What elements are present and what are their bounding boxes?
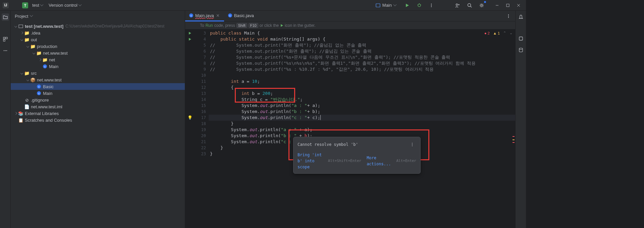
main-menu-button[interactable] bbox=[11, 1, 19, 9]
tree-toggle[interactable] bbox=[13, 112, 18, 114]
file-icon: 📄 bbox=[24, 104, 30, 109]
svg-point-8 bbox=[456, 4, 458, 5]
tab-basic[interactable]: c Basic.java bbox=[224, 11, 258, 21]
warning-count[interactable]: ▲ 1 bbox=[493, 31, 500, 35]
tree-item-pkg-src[interactable]: 📦 net.www.test bbox=[11, 76, 185, 83]
tree-label: net.www.test bbox=[37, 77, 62, 82]
close-tab-button[interactable]: ✕ bbox=[216, 13, 220, 17]
project-tool-button[interactable] bbox=[2, 13, 9, 21]
tree-toggle[interactable] bbox=[32, 52, 36, 54]
editor-body[interactable]: ● 2 ▲ 1 ⌃ ⌄ 💡 34567891011121314151617181… bbox=[185, 30, 515, 228]
maximize-button[interactable] bbox=[503, 1, 513, 9]
tree-label: .gitignore bbox=[31, 98, 49, 103]
minimize-button[interactable] bbox=[492, 1, 502, 9]
database-button[interactable] bbox=[517, 46, 525, 54]
tooltip-action-bring-into-scope[interactable]: Bring 'int b' into scope bbox=[298, 152, 323, 170]
svg-line-3 bbox=[418, 5, 418, 5]
ide-logo[interactable]: IJ bbox=[3, 2, 9, 8]
tab-options-button[interactable] bbox=[504, 12, 513, 20]
tree-label: production bbox=[37, 44, 57, 49]
tree-item-production[interactable]: 📁 production bbox=[11, 43, 185, 50]
debug-button[interactable] bbox=[415, 1, 423, 9]
tree-item-net[interactable]: 📁 net bbox=[11, 56, 185, 63]
project-badge[interactable]: T bbox=[22, 2, 28, 8]
vcs-dropdown[interactable]: Version control bbox=[47, 2, 83, 8]
project-dropdown[interactable]: test bbox=[31, 2, 45, 8]
vcs-label: Version control bbox=[49, 3, 77, 8]
scratch-icon: 📋 bbox=[18, 118, 23, 123]
tree-item-idea[interactable]: 📁 .idea bbox=[11, 30, 185, 36]
tree-toggle[interactable] bbox=[19, 39, 24, 41]
run-gutter-icon[interactable] bbox=[188, 38, 192, 41]
tree-item-src[interactable]: 📁 src bbox=[11, 70, 185, 76]
code-content[interactable]: public class Main { public static void m… bbox=[209, 30, 515, 228]
tree-item-out[interactable]: 📁 out bbox=[11, 36, 185, 43]
error-stripe[interactable] bbox=[512, 30, 515, 228]
tree-label: src bbox=[31, 71, 37, 76]
tree-toggle[interactable] bbox=[13, 25, 18, 27]
intention-bulb-icon[interactable]: 💡 bbox=[187, 115, 193, 120]
left-tool-rail bbox=[0, 11, 11, 228]
run-config-icon bbox=[376, 3, 380, 8]
svg-point-30 bbox=[412, 146, 413, 146]
structure-tool-button[interactable] bbox=[2, 36, 9, 43]
class-icon: c bbox=[189, 13, 193, 17]
close-window-button[interactable] bbox=[514, 1, 523, 9]
line-gutter[interactable]: 34567891011121314151617181920212223 bbox=[195, 30, 209, 228]
tree-root[interactable]: test [net.www.test] C:\Users\wkdwl\OneDr… bbox=[11, 23, 185, 30]
warning-mark[interactable] bbox=[513, 139, 515, 140]
tree-item-basic[interactable]: c Basic bbox=[11, 83, 185, 90]
error-mark[interactable] bbox=[513, 142, 515, 143]
run-config-selector[interactable]: Main bbox=[373, 2, 399, 8]
class-icon: c bbox=[42, 64, 48, 68]
tree-item-pkg-out[interactable]: 📁 net.www.test bbox=[11, 50, 185, 56]
tree-toggle[interactable] bbox=[38, 59, 42, 61]
tree-label: test [net.www.test] bbox=[25, 24, 63, 29]
svg-point-25 bbox=[508, 14, 509, 15]
tree-item-iml[interactable]: 📄 net.www.test.iml bbox=[11, 103, 185, 110]
ai-assistant-button[interactable] bbox=[517, 35, 525, 42]
search-everywhere-button[interactable] bbox=[466, 1, 474, 9]
project-panel-header[interactable]: Project bbox=[11, 11, 185, 21]
error-count[interactable]: ● 2 bbox=[484, 31, 490, 35]
tooltip-hint: Alt+Enter bbox=[396, 158, 416, 164]
tree-item-main-src[interactable]: c Main bbox=[11, 90, 185, 97]
tree-toggle[interactable] bbox=[25, 79, 30, 81]
tooltip-action-more[interactable]: More actions... bbox=[367, 155, 391, 167]
banner-text: or click the bbox=[260, 23, 279, 28]
tree-label: Basic bbox=[43, 84, 54, 89]
error-mark[interactable] bbox=[513, 136, 515, 137]
folder-icon: 📁 bbox=[36, 51, 42, 56]
source-folder-icon: 📁 bbox=[24, 71, 30, 76]
run-button[interactable] bbox=[403, 1, 411, 9]
tree-item-scratches[interactable]: 📋 Scratches and Consoles bbox=[11, 117, 185, 123]
inspections-widget[interactable]: ● 2 ▲ 1 ⌃ ⌄ bbox=[484, 31, 513, 35]
gutter-icons: 💡 bbox=[185, 30, 195, 228]
svg-point-5 bbox=[431, 3, 432, 4]
settings-button[interactable] bbox=[478, 1, 486, 9]
tree-item-external[interactable]: 📚 External Libraries bbox=[11, 110, 185, 117]
chevron-down-icon bbox=[41, 4, 43, 7]
kbd-shift: Shift bbox=[236, 23, 247, 28]
next-highlight[interactable]: ⌄ bbox=[509, 31, 513, 35]
notifications-button[interactable] bbox=[517, 13, 525, 21]
more-tools-button[interactable] bbox=[2, 47, 9, 54]
folder-icon: 📁 bbox=[24, 31, 30, 36]
tab-main[interactable]: c Main.java ✕ bbox=[185, 11, 224, 21]
code-with-me-button[interactable] bbox=[453, 1, 462, 9]
tree-toggle[interactable] bbox=[19, 32, 24, 34]
project-panel: Project test [net.www.test] C:\Users\wkd… bbox=[11, 11, 185, 228]
tree-label: External Libraries bbox=[25, 111, 59, 116]
package-icon: 📦 bbox=[30, 77, 36, 82]
svg-point-32 bbox=[519, 48, 523, 49]
tree-item-main-out[interactable]: c Main bbox=[11, 63, 185, 70]
tree-toggle[interactable] bbox=[25, 45, 30, 47]
tree-item-gitignore[interactable]: ⊘ .gitignore bbox=[11, 97, 185, 103]
run-gutter-icon[interactable] bbox=[188, 32, 192, 35]
tree-toggle[interactable] bbox=[19, 72, 24, 74]
prev-highlight[interactable]: ⌃ bbox=[503, 31, 506, 35]
more-actions-button[interactable] bbox=[427, 1, 435, 9]
tree-label: net bbox=[49, 57, 55, 62]
tooltip-more-button[interactable] bbox=[408, 140, 416, 149]
svg-point-6 bbox=[431, 5, 432, 5]
